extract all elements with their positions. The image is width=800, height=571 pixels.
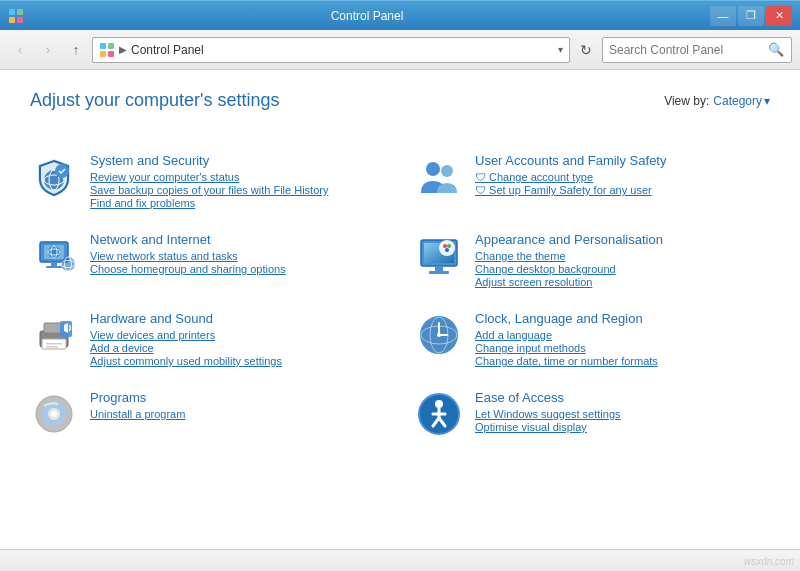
clock-title[interactable]: Clock, Language and Region [475,311,770,326]
programs-title[interactable]: Programs [90,390,385,405]
appearance-text: Appearance and Personalisation Change th… [475,232,770,289]
address-bar: ▶ Control Panel ▾ [92,37,570,63]
network-link-1[interactable]: View network status and tasks [90,250,385,262]
svg-point-16 [48,246,60,258]
user-accounts-link-2[interactable]: 🛡 Set up Family Safety for any user [475,184,770,196]
status-bar [0,549,800,571]
close-button[interactable]: ✕ [766,6,792,26]
hardware-title[interactable]: Hardware and Sound [90,311,385,326]
user-accounts-title[interactable]: User Accounts and Family Safety [475,153,770,168]
svg-point-21 [61,257,75,271]
network-title[interactable]: Network and Internet [90,232,385,247]
ease-link-1[interactable]: Let Windows suggest settings [475,408,770,420]
title-bar: Control Panel — ❐ ✕ [0,0,800,30]
back-button[interactable]: ‹ [8,38,32,62]
address-icon [99,42,115,58]
network-text: Network and Internet View network status… [90,232,385,276]
hardware-link-3[interactable]: Adjust commonly used mobility settings [90,355,385,367]
window-title: Control Panel [24,9,710,23]
forward-button[interactable]: › [36,38,60,62]
appearance-link-2[interactable]: Change desktop background [475,263,770,275]
appearance-link-1[interactable]: Change the theme [475,250,770,262]
svg-rect-7 [108,51,114,57]
watermark: wsxdn.com [744,556,794,567]
navigation-bar: ‹ › ↑ ▶ Control Panel ▾ ↻ 🔍 [0,30,800,70]
system-security-link-1[interactable]: Review your computer's status [90,171,385,183]
clock-link-3[interactable]: Change date, time or number formats [475,355,770,367]
ease-icon [415,390,463,438]
hardware-text: Hardware and Sound View devices and prin… [90,311,385,368]
category-network: Network and Internet View network status… [30,226,385,295]
svg-rect-1 [17,9,23,15]
appearance-title[interactable]: Appearance and Personalisation [475,232,770,247]
system-security-link-2[interactable]: Save backup copies of your files with Fi… [90,184,385,196]
programs-icon [30,390,78,438]
app-icon [8,8,24,24]
programs-link-1[interactable]: Uninstall a program [90,408,385,420]
svg-rect-4 [100,43,106,49]
user-accounts-link-1[interactable]: 🛡 Change account type [475,171,770,183]
ease-title[interactable]: Ease of Access [475,390,770,405]
category-appearance: Appearance and Personalisation Change th… [415,226,770,295]
search-input[interactable] [609,43,767,57]
window-controls: — ❐ ✕ [710,6,792,26]
page-title: Adjust your computer's settings [30,90,280,111]
view-by-value: Category [713,94,762,108]
hardware-icon [30,311,78,359]
categories-grid: System and Security Review your computer… [30,147,770,444]
clock-link-2[interactable]: Change input methods [475,342,770,354]
category-clock: Clock, Language and Region Add a languag… [415,305,770,374]
svg-point-45 [437,333,441,337]
view-by-arrow: ▾ [764,94,770,108]
svg-point-30 [447,244,451,248]
category-user-accounts: User Accounts and Family Safety 🛡 Change… [415,147,770,216]
system-security-title[interactable]: System and Security [90,153,385,168]
up-button[interactable]: ↑ [64,38,88,62]
svg-point-31 [445,248,449,252]
svg-rect-19 [51,262,57,266]
search-box: 🔍 [602,37,792,63]
view-by-label: View by: [664,94,709,108]
category-programs: Programs Uninstall a program [30,384,385,444]
maximize-button[interactable]: ❐ [738,6,764,26]
svg-rect-26 [435,266,443,271]
svg-point-13 [441,165,453,177]
svg-rect-0 [9,9,15,15]
svg-rect-35 [46,343,62,345]
svg-rect-36 [46,346,58,348]
appearance-link-3[interactable]: Adjust screen resolution [475,276,770,288]
svg-rect-20 [46,266,62,268]
svg-rect-3 [17,17,23,23]
category-system-security: System and Security Review your computer… [30,147,385,216]
address-separator: ▶ [119,44,127,55]
ease-link-2[interactable]: Optimise visual display [475,421,770,433]
svg-point-12 [426,162,440,176]
main-content: Adjust your computer's settings View by:… [0,70,800,549]
svg-point-49 [51,411,57,417]
hardware-link-2[interactable]: Add a device [90,342,385,354]
category-ease: Ease of Access Let Windows suggest setti… [415,384,770,444]
address-dropdown-arrow[interactable]: ▾ [558,44,563,55]
clock-link-1[interactable]: Add a language [475,329,770,341]
minimize-button[interactable]: — [710,6,736,26]
clock-icon [415,311,463,359]
programs-text: Programs Uninstall a program [90,390,385,421]
network-link-2[interactable]: Choose homegroup and sharing options [90,263,385,275]
control-panel-address-icon [99,42,115,58]
network-icon [30,232,78,280]
view-by-button[interactable]: Category ▾ [713,94,770,108]
svg-point-29 [443,244,447,248]
search-button[interactable]: 🔍 [767,41,785,59]
ease-text: Ease of Access Let Windows suggest setti… [475,390,770,434]
refresh-button[interactable]: ↻ [574,38,598,62]
title-bar-left [8,8,24,24]
user-accounts-text: User Accounts and Family Safety 🛡 Change… [475,153,770,197]
system-security-link-3[interactable]: Find and fix problems [90,197,385,209]
category-hardware: Hardware and Sound View devices and prin… [30,305,385,374]
hardware-link-1[interactable]: View devices and printers [90,329,385,341]
user-accounts-icon [415,153,463,201]
system-security-icon [30,153,78,201]
clock-text: Clock, Language and Region Add a languag… [475,311,770,368]
svg-rect-5 [108,43,114,49]
svg-rect-6 [100,51,106,57]
